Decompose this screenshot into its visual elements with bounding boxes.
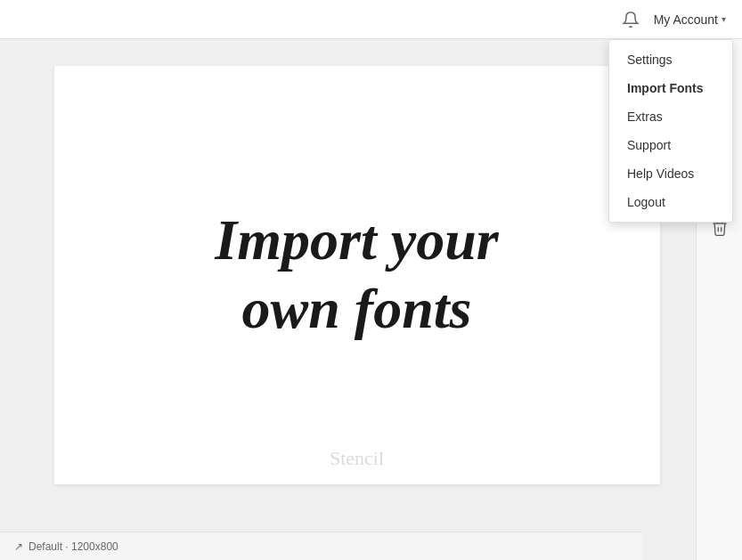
chevron-down-icon: ▾ [722, 14, 726, 24]
my-account-button[interactable]: My Account ▾ [648, 9, 731, 30]
dropdown-item-help-videos[interactable]: Help Videos [609, 159, 732, 188]
stencil-watermark: Stencil [330, 447, 384, 470]
expand-icon: ↗ [14, 540, 23, 553]
account-label: My Account [654, 12, 718, 27]
status-bar: ↗ Default · 1200x800 [0, 532, 642, 560]
dropdown-item-settings[interactable]: Settings [609, 45, 732, 74]
canvas-size-label: Default · 1200x800 [29, 540, 118, 553]
topbar-right: My Account ▾ [622, 9, 731, 30]
dropdown-item-extras[interactable]: Extras [609, 102, 732, 131]
notifications-icon[interactable] [622, 11, 640, 28]
canvas-text-line1: Import your [215, 208, 498, 272]
canvas-text-line2: own fonts [242, 277, 472, 340]
dropdown-item-support[interactable]: Support [609, 131, 732, 159]
dropdown-item-logout[interactable]: Logout [609, 188, 732, 216]
canvas-text-content: Import your own fonts [215, 207, 498, 344]
design-canvas[interactable]: Import your own fonts Stencil [54, 66, 660, 484]
topbar: My Account ▾ Settings Import Fonts Extra… [0, 0, 742, 39]
dropdown-item-import-fonts[interactable]: Import Fonts [609, 74, 732, 102]
account-dropdown-menu: Settings Import Fonts Extras Support Hel… [608, 39, 733, 223]
canvas-area: Import your own fonts Stencil ↗ Default … [0, 39, 696, 560]
